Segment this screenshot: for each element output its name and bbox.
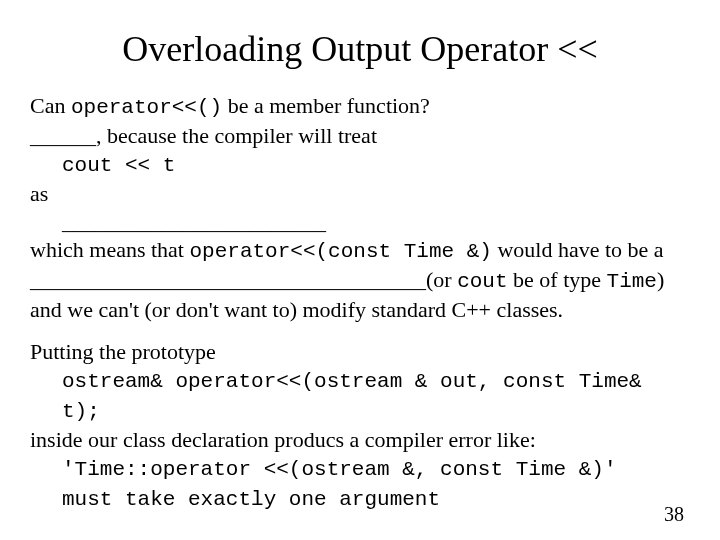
line-7c: )	[657, 267, 664, 292]
code-cout-t: cout << t	[62, 154, 175, 177]
slide-title: Overloading Output Operator <<	[30, 28, 690, 70]
line-1b: be a member function?	[222, 93, 430, 118]
slide: Overloading Output Operator << Can opera…	[0, 0, 720, 540]
line-8: and we can't (or don't want to) modify s…	[30, 296, 690, 324]
page-number: 38	[664, 503, 684, 526]
line-12: 'Time::operator <<(ostream &, const Time…	[62, 454, 690, 484]
line-9: Putting the prototype	[30, 338, 690, 366]
line-7a: ____________________________________(or	[30, 267, 457, 292]
line-11: inside our class declaration producs a c…	[30, 426, 690, 454]
line-13: must take exactly one argument	[62, 484, 690, 514]
line-4: as	[30, 180, 690, 208]
slide-body: Can operator<<() be a member function? _…	[30, 92, 690, 514]
line-1a: Can	[30, 93, 71, 118]
line-7: ____________________________________(or …	[30, 266, 690, 296]
line-1: Can operator<<() be a member function?	[30, 92, 690, 122]
line-2: ______, because the compiler will treat	[30, 122, 690, 150]
code-prototype: ostream& operator<<(ostream & out, const…	[62, 370, 642, 423]
line-6a: which means that	[30, 237, 189, 262]
line-6b: would have to be a	[492, 237, 664, 262]
line-3: cout << t	[62, 150, 690, 180]
line-7b: be of type	[508, 267, 607, 292]
code-time-type: Time	[607, 270, 657, 293]
code-op-time: operator<<(const Time &)	[189, 240, 491, 263]
line-10: ostream& operator<<(ostream & out, const…	[62, 366, 690, 426]
code-error1: 'Time::operator <<(ostream &, const Time…	[62, 458, 617, 481]
code-operator-fn: operator<<()	[71, 96, 222, 119]
line-6: which means that operator<<(const Time &…	[30, 236, 690, 266]
line-5: ________________________	[62, 208, 690, 236]
code-error2: must take exactly one argument	[62, 488, 440, 511]
code-cout: cout	[457, 270, 507, 293]
